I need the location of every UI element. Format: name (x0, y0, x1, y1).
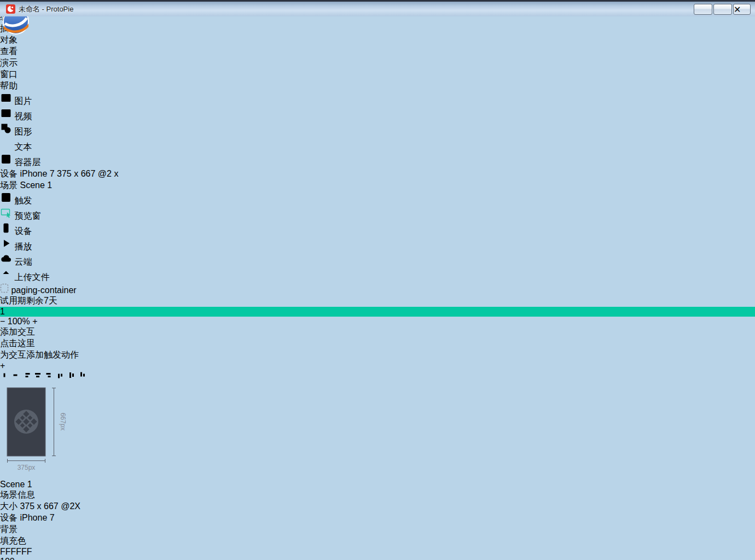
title-bar[interactable]: 未命名 - ProtoPie ✕ (0, 2, 755, 16)
interaction-title: 添加交互 (0, 326, 755, 338)
distribute-horizontal-icon[interactable] (0, 372, 9, 381)
preview-window-icon (0, 211, 12, 220)
text-tool-label: 文本 (14, 142, 32, 151)
play-button[interactable]: 播放 (0, 237, 755, 253)
plus-icon: + (0, 361, 5, 370)
thumb-height-label: 667px (59, 413, 67, 431)
distribute-vertical-icon[interactable] (11, 372, 20, 381)
preview-window-button[interactable]: 预览窗 (0, 207, 755, 222)
preview-window-label: 预览窗 (14, 211, 40, 220)
video-icon (0, 112, 12, 121)
trial-status-bar: 试用期剩余7天 (0, 295, 755, 307)
device-pill-value: iPhone 7 375 x 667 @2 x (20, 169, 118, 178)
container-icon (0, 158, 12, 167)
align-center-horizontal-icon[interactable] (33, 372, 42, 381)
cloud-button[interactable]: 云端 (0, 253, 755, 268)
align-toolbar (0, 371, 755, 382)
menu-view[interactable]: 查看 (0, 46, 755, 57)
scene-info-header: 场景信息 (0, 489, 755, 501)
container-tool-button[interactable]: 容器层 (0, 153, 755, 168)
size-value: 375 x 667 @2X (20, 501, 80, 511)
shape-tool-label: 图形 (14, 127, 32, 136)
scene-selector[interactable]: 场景 Scene 1 (0, 180, 755, 191)
cloud-icon (0, 257, 12, 266)
canvas-viewport[interactable]: 1 − 100% + (0, 307, 755, 326)
hex-value: FFFFFF (0, 547, 32, 556)
interaction-panel: 添加交互 点击这里 为交互添加触发动作 + (0, 326, 755, 371)
device-connect-button[interactable]: 设备 (0, 222, 755, 237)
window-controls: ✕ (694, 4, 751, 15)
toolbar-center: 设备 iPhone 7 375 x 667 @2 x 场景 Scene 1 (0, 168, 755, 191)
protopie-logo-icon (14, 410, 38, 434)
align-top-icon[interactable] (56, 372, 65, 381)
shape-tool-button[interactable]: 图形 (0, 122, 755, 138)
trigger-button[interactable]: 触发 (0, 191, 755, 207)
page-number-text: 1 (0, 307, 5, 316)
shape-icon (0, 127, 12, 136)
scene-thumbnail: 667px 375px (0, 382, 755, 480)
zoom-in-button[interactable]: + (32, 317, 37, 326)
align-middle-vertical-icon[interactable] (67, 372, 76, 381)
image-tool-label: 图片 (14, 96, 32, 106)
menu-insert[interactable]: 插入 (0, 23, 755, 34)
zoom-out-button[interactable]: − (0, 317, 5, 326)
opacity-input[interactable]: 100 (0, 557, 755, 560)
image-icon (0, 96, 12, 106)
interaction-hint-line1: 点击这里 (0, 338, 755, 349)
protopie-window: 未命名 - ProtoPie ✕ 文件 编辑 插入 对象 查看 演示 窗口 帮助… (0, 0, 755, 560)
device-connect-label: 设备 (14, 226, 32, 236)
video-tool-button[interactable]: 视频 (0, 107, 755, 122)
insert-tools: 图片 视频 图形 文本 容器层 (0, 92, 755, 168)
device-selector[interactable]: 设备 iPhone 7 375 x 667 @2 x (0, 168, 755, 180)
maximize-button[interactable] (713, 4, 732, 15)
close-icon: ✕ (734, 4, 750, 15)
scene-title: Scene 1 (0, 480, 755, 489)
align-left-icon[interactable] (22, 372, 31, 381)
container-layer-icon (0, 285, 11, 295)
add-trigger-button[interactable]: + (0, 361, 755, 371)
workspace: paging-container 试用期剩余7天 1 − 100% + 添加交互 (0, 283, 755, 560)
trigger-icon (0, 196, 12, 205)
scene-pill-value: Scene 1 (20, 180, 52, 190)
layer-item-paging-container[interactable]: paging-container (0, 283, 755, 295)
zoom-control: − 100% + (0, 317, 755, 326)
toolbar-actions: 触发 预览窗 设备 播放 云端 上传文件 (0, 191, 755, 283)
trial-status-text: 试用期剩余7天 (0, 296, 57, 305)
menu-help[interactable]: 帮助 (0, 80, 755, 92)
upload-icon (0, 272, 12, 282)
size-label: 大小 (0, 501, 18, 511)
menu-preview[interactable]: 演示 (0, 57, 755, 69)
device-pill-label: 设备 (0, 169, 18, 178)
zoom-level: 100% (8, 317, 30, 326)
align-right-icon[interactable] (45, 372, 54, 381)
scene-pill-label: 场景 (0, 180, 18, 190)
image-tool-button[interactable]: 图片 (0, 92, 755, 107)
thumb-width-label: 375px (18, 464, 36, 471)
interaction-hint-line2: 为交互添加触发动作 (0, 349, 755, 361)
scene-artboard[interactable]: 1 (0, 307, 755, 317)
container-tool-label: 容器层 (14, 158, 40, 167)
menu-object[interactable]: 对象 (0, 34, 755, 46)
inspector-panel: 667px 375px Scene 1 场景信息 大小 375 x 667 @2… (0, 371, 755, 560)
opacity-value: 100 (0, 557, 15, 560)
close-button[interactable]: ✕ (733, 4, 751, 15)
menu-window[interactable]: 窗口 (0, 69, 755, 80)
upload-file-label: 上传文件 (14, 272, 49, 282)
interaction-hint: 点击这里 为交互添加触发动作 (0, 338, 755, 361)
hex-input[interactable]: FFFFFF (0, 547, 755, 557)
fill-color-label: 填充色 (0, 535, 755, 547)
trigger-label: 触发 (14, 196, 32, 205)
interaction-empty-state: 添加交互 点击这里 为交互添加触发动作 + (0, 326, 755, 371)
upload-file-button[interactable]: 上传文件 (0, 268, 755, 283)
text-tool-button[interactable]: 文本 (0, 138, 755, 153)
play-icon (0, 242, 12, 251)
device-value: iPhone 7 (20, 513, 54, 522)
video-tool-label: 视频 (14, 112, 32, 121)
align-bottom-icon[interactable] (78, 372, 87, 381)
window-top-edge (0, 0, 755, 2)
layer-name: paging-container (11, 285, 76, 295)
layers-panel: paging-container 试用期剩余7天 (0, 283, 755, 307)
text-icon (0, 142, 12, 151)
background-header: 背景 (0, 524, 755, 535)
minimize-button[interactable] (694, 4, 712, 15)
